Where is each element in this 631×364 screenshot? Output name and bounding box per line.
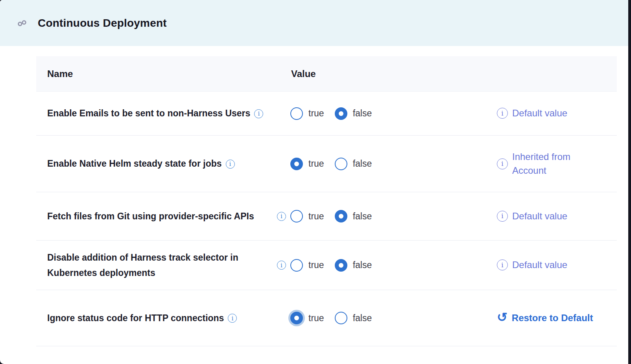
setting-name-cell: Enable Native Helm steady state for jobs…	[36, 156, 277, 171]
window-edge	[628, 0, 631, 364]
radio-false[interactable]	[335, 259, 347, 272]
radio-false[interactable]	[335, 107, 347, 120]
radio-false-label[interactable]: false	[353, 211, 372, 222]
settings-page: Continuous Deployment Name Value Enable …	[0, 0, 628, 364]
radio-true-label[interactable]: true	[308, 211, 324, 222]
status-label: Inherited from Account	[512, 150, 589, 177]
table-row: Fetch files from Git using provider-spec…	[36, 192, 617, 241]
column-header-value: Value	[277, 68, 497, 79]
radio-false[interactable]	[335, 158, 347, 170]
radio-true-label[interactable]: true	[308, 158, 324, 169]
setting-value-cell: i true false	[277, 158, 497, 170]
table-row: Enable Native Helm steady state for jobs…	[36, 136, 617, 192]
setting-value-cell: i true false	[277, 210, 497, 222]
setting-name-cell: Ignore status code for HTTP connectionsi	[36, 311, 277, 326]
setting-name: Disable addition of Harness track select…	[47, 252, 238, 278]
table-row: Ignore status code for HTTP connectionsi…	[36, 290, 617, 346]
radio-true-label[interactable]: true	[308, 313, 324, 324]
radio-true-label[interactable]: true	[308, 260, 324, 270]
radio-true[interactable]	[290, 210, 303, 222]
setting-status-cell: iDefault value	[497, 258, 617, 272]
setting-value-cell: i true false	[277, 107, 497, 120]
link-icon[interactable]	[17, 18, 28, 29]
radio-false-label[interactable]: false	[353, 313, 372, 324]
status-label: Default value	[512, 210, 567, 223]
setting-name: Ignore status code for HTTP connections	[47, 313, 224, 323]
restore-icon[interactable]: ↺	[497, 311, 507, 324]
radio-true[interactable]	[290, 312, 303, 324]
info-icon[interactable]: i	[277, 212, 286, 221]
radio-false-label[interactable]: false	[353, 158, 372, 169]
info-icon[interactable]: i	[497, 158, 508, 169]
section-header: Continuous Deployment	[0, 0, 628, 46]
restore-to-default-button[interactable]: Restore to Default	[512, 311, 593, 325]
setting-name-cell: Enable Emails to be sent to non-Harness …	[36, 106, 277, 121]
radio-false-label[interactable]: false	[353, 260, 372, 270]
radio-false[interactable]	[335, 312, 347, 324]
table-body: Enable Emails to be sent to non-Harness …	[36, 92, 617, 346]
radio-false[interactable]	[335, 210, 347, 222]
settings-table: Name Value Enable Emails to be sent to n…	[36, 56, 617, 346]
table-header-row: Name Value	[36, 56, 617, 92]
page-title: Continuous Deployment	[38, 17, 167, 29]
status-label: Default value	[512, 258, 567, 272]
radio-true[interactable]	[290, 259, 303, 272]
table-row: Disable addition of Harness track select…	[36, 241, 617, 290]
setting-value-cell: i true false	[277, 312, 497, 324]
radio-false-label[interactable]: false	[353, 108, 372, 119]
info-icon[interactable]: i	[254, 109, 263, 118]
setting-status-cell: iInherited from Account	[497, 150, 617, 177]
setting-value-cell: i true false	[277, 259, 497, 272]
setting-name: Fetch files from Git using provider-spec…	[47, 211, 254, 221]
info-icon[interactable]: i	[226, 160, 235, 169]
info-icon[interactable]: i	[277, 261, 286, 270]
column-header-name: Name	[36, 68, 277, 79]
info-icon[interactable]: i	[497, 211, 508, 222]
setting-status-cell: iDefault value	[497, 210, 617, 223]
radio-true[interactable]	[290, 107, 303, 120]
info-icon[interactable]: i	[497, 259, 508, 270]
radio-true-label[interactable]: true	[308, 108, 324, 119]
setting-name: Enable Emails to be sent to non-Harness …	[47, 108, 250, 118]
radio-true[interactable]	[290, 158, 303, 170]
setting-status-cell: iDefault value	[497, 107, 617, 120]
setting-status-cell: ↺Restore to Default	[497, 311, 617, 325]
info-icon[interactable]: i	[228, 314, 237, 323]
setting-name: Enable Native Helm steady state for jobs	[47, 158, 222, 169]
info-icon[interactable]: i	[497, 108, 508, 119]
setting-name-cell: Disable addition of Harness track select…	[36, 250, 277, 280]
table-row: Enable Emails to be sent to non-Harness …	[36, 92, 617, 136]
setting-name-cell: Fetch files from Git using provider-spec…	[36, 209, 277, 224]
status-label: Default value	[512, 107, 567, 120]
